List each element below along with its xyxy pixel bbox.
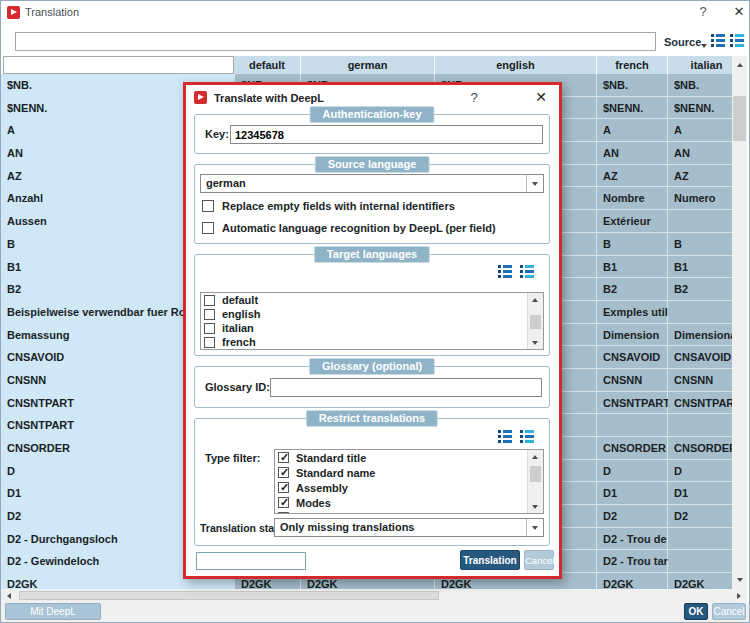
column-header-default[interactable]: default — [234, 56, 301, 74]
row-filter-input[interactable] — [3, 56, 234, 74]
checkbox-icon[interactable] — [202, 200, 214, 212]
auth-key-group: Authentication-key Key: — [194, 114, 550, 154]
table-cell[interactable]: CNSNN — [597, 369, 668, 392]
checkbox-icon[interactable] — [204, 337, 215, 348]
table-cell[interactable]: Extérieur — [597, 210, 668, 233]
table-cell[interactable]: D2 - Trou de pa... — [597, 528, 668, 551]
checkbox-icon[interactable] — [204, 323, 215, 334]
checkbox-icon[interactable] — [278, 497, 289, 508]
column-header-french[interactable]: french — [597, 56, 668, 74]
translate-with-deepl-button[interactable]: Mit DeepL übersetzen — [5, 603, 101, 620]
column-header-german[interactable]: german — [301, 56, 435, 74]
glossary-caption: Glossary (optional) — [309, 358, 435, 375]
type-filter-label: Type filter: — [205, 452, 260, 464]
table-cell[interactable]: CNSAVOID — [597, 346, 668, 369]
help-button[interactable]: ? — [695, 4, 711, 19]
source-dropdown-arrow-icon[interactable] — [701, 44, 707, 48]
search-input[interactable] — [15, 32, 656, 51]
dialog-cancel-button[interactable]: Cancel — [524, 550, 554, 570]
table-cell[interactable]: D — [597, 460, 668, 483]
scroll-left-icon[interactable] — [2, 589, 16, 602]
table-cell[interactable]: $NB. — [597, 74, 668, 97]
table-cell[interactable]: D2GK — [597, 573, 668, 589]
table-cell[interactable]: $NENN. — [597, 97, 668, 120]
checkbox-icon[interactable] — [278, 482, 289, 493]
table-cell[interactable]: CNSNTPART — [597, 392, 668, 415]
translation-status-select[interactable]: Only missing translations — [274, 518, 544, 537]
table-cell[interactable]: D1 — [597, 482, 668, 505]
list-scrollbar-thumb[interactable] — [530, 466, 541, 482]
dialog-help-button[interactable]: ? — [466, 90, 482, 105]
list-scrollbar[interactable] — [527, 450, 543, 513]
select-all-icon[interactable] — [498, 430, 512, 443]
table-cell[interactable]: AN — [597, 142, 668, 165]
checklist-item[interactable]: Standard title — [275, 450, 543, 465]
close-button[interactable]: ✕ — [731, 4, 747, 19]
table-cell[interactable]: D2 — [597, 505, 668, 528]
translation-button[interactable]: Translation — [460, 550, 520, 570]
vertical-scrollbar-thumb[interactable] — [733, 96, 746, 141]
column-header-english[interactable]: english — [435, 56, 597, 74]
vertical-scrollbar[interactable] — [732, 56, 747, 589]
table-cell[interactable]: Dimension — [597, 324, 668, 347]
ok-button[interactable]: OK — [684, 603, 708, 620]
scroll-up-icon[interactable] — [528, 450, 542, 463]
checklist-item[interactable]: default — [201, 293, 543, 307]
table-cell[interactable]: CNSORDER — [597, 437, 668, 460]
horizontal-scrollbar-thumb[interactable] — [19, 591, 439, 600]
list-scrollbar-thumb[interactable] — [530, 315, 541, 329]
checkbox-icon[interactable] — [204, 309, 215, 320]
table-cell[interactable]: A — [597, 119, 668, 142]
deselect-all-icon[interactable] — [520, 430, 534, 443]
dropdown-arrow-icon[interactable] — [526, 519, 543, 536]
table-cell[interactable]: B1 — [597, 256, 668, 279]
checkbox-icon[interactable] — [278, 512, 289, 514]
checkbox-icon[interactable] — [278, 467, 289, 478]
restrict-translations-group: Restrict translations Type filter: Stand… — [194, 418, 550, 546]
scroll-down-icon[interactable] — [528, 336, 542, 349]
checkbox-icon[interactable] — [202, 222, 214, 234]
dialog-footer-input[interactable] — [196, 552, 306, 570]
scroll-down-icon[interactable] — [528, 500, 542, 513]
source-language-select[interactable]: german — [200, 174, 544, 193]
checklist-item[interactable]: italian — [201, 321, 543, 335]
select-all-icon[interactable] — [498, 265, 512, 278]
table-cell[interactable] — [597, 414, 668, 437]
list-view-icon[interactable] — [711, 34, 725, 47]
window-title: Translation — [25, 6, 79, 18]
checklist-item[interactable]: french — [201, 335, 543, 349]
table-cell[interactable]: AZ — [597, 165, 668, 188]
table-cell[interactable]: Nombre — [597, 187, 668, 210]
scroll-up-icon[interactable] — [528, 293, 542, 306]
checklist-item[interactable]: Assembly — [275, 480, 543, 495]
checklist-item[interactable]: Standard name — [275, 465, 543, 480]
auto-recognition-checkbox[interactable]: Automatic language recognition by DeepL … — [202, 222, 496, 234]
grouped-list-view-icon[interactable] — [730, 34, 744, 47]
horizontal-scrollbar[interactable] — [1, 589, 747, 602]
table-cell[interactable]: B — [597, 233, 668, 256]
key-input[interactable] — [230, 125, 543, 144]
table-cell[interactable]: D2 - Trou taraudé — [597, 550, 668, 573]
table-cell[interactable]: Exmples utilisa... — [597, 301, 668, 324]
auto-recognition-label: Automatic language recognition by DeepL … — [222, 222, 496, 234]
checkbox-icon[interactable] — [204, 295, 215, 306]
checklist-item[interactable]: english — [201, 307, 543, 321]
dialog-close-button[interactable]: ✕ — [533, 89, 549, 105]
checklist-item[interactable]: Modes — [275, 495, 543, 510]
target-languages-list[interactable]: defaultenglishitalianfrenchspanish — [200, 292, 544, 350]
scroll-down-icon[interactable] — [732, 572, 747, 588]
checklist-item[interactable]: Custom — [275, 510, 543, 514]
source-dropdown[interactable]: Source — [664, 36, 701, 48]
scroll-up-icon[interactable] — [732, 57, 747, 73]
type-filter-list[interactable]: Standard titleStandard nameAssemblyModes… — [274, 449, 544, 514]
checklist-item[interactable]: spanish — [201, 349, 543, 350]
checkbox-icon[interactable] — [278, 452, 289, 463]
cancel-button[interactable]: Cancel — [712, 603, 746, 620]
table-cell[interactable]: B2 — [597, 278, 668, 301]
scroll-right-icon[interactable] — [732, 589, 746, 602]
replace-empty-checkbox[interactable]: Replace empty fields with internal ident… — [202, 200, 455, 212]
list-scrollbar[interactable] — [527, 293, 543, 349]
glossary-id-input[interactable] — [270, 378, 542, 397]
dropdown-arrow-icon[interactable] — [526, 175, 543, 192]
deselect-all-icon[interactable] — [520, 265, 534, 278]
